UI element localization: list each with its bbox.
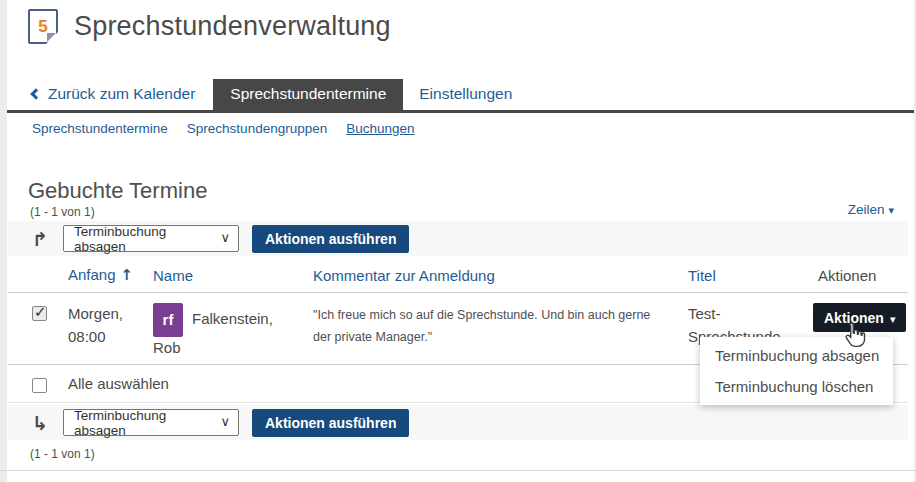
select-all-checkbox-cell <box>32 375 68 402</box>
column-header-name-label: Name <box>153 267 193 284</box>
column-header-anfang[interactable]: Anfang↑ <box>68 266 153 284</box>
cell-aktionen: Aktionen▾ <box>818 303 908 332</box>
tab-sprechstundentermine[interactable]: Sprechstundentermine <box>213 79 403 110</box>
menu-item-terminbuchung-loeschen[interactable]: Terminbuchung löschen <box>700 371 893 402</box>
tab-back-to-calendar[interactable]: Zurück zum Kalender <box>32 80 207 110</box>
execute-actions-button-bottom[interactable]: Aktionen ausführen <box>252 409 409 437</box>
calendar-icon-fold-flap <box>47 33 56 42</box>
page-title: Sprechstundenverwaltung <box>74 11 391 42</box>
column-header-titel[interactable]: Titel <box>688 267 818 284</box>
row-actions-button[interactable]: Aktionen▾ <box>813 303 906 332</box>
column-header-anfang-label: Anfang <box>68 266 116 283</box>
rows-dropdown[interactable]: Zeilen▾ <box>848 202 894 217</box>
subnav-buchungen[interactable]: Buchungen <box>346 121 414 136</box>
column-header-aktionen-label: Aktionen <box>818 267 876 284</box>
bulk-action-select-top[interactable]: Terminbuchung absagen ∨ <box>63 225 239 252</box>
bulk-action-select-top-value: Terminbuchung absagen <box>74 224 212 254</box>
page-left-gutter <box>0 0 7 482</box>
column-header-kommentar[interactable]: Kommentar zur Anmeldung <box>313 267 688 284</box>
tab-settings-label: Einstellungen <box>419 85 512 102</box>
select-all-checkbox[interactable] <box>32 378 47 393</box>
select-chevron-icon: ∨ <box>220 414 230 429</box>
column-header-kommentar-label: Kommentar zur Anmeldung <box>313 267 495 284</box>
bulk-action-bar-top: ↱ Terminbuchung absagen ∨ Aktionen ausfü… <box>8 221 908 256</box>
bulk-action-select-bottom[interactable]: Terminbuchung absagen ∨ <box>63 409 239 436</box>
section-title: Gebuchte Termine <box>28 178 207 204</box>
sub-navigation: Sprechstundentermine Sprechstundengruppe… <box>32 121 415 136</box>
column-header-name[interactable]: Name <box>153 267 313 284</box>
subnav-sprechstundentermine[interactable]: Sprechstundentermine <box>32 121 168 136</box>
row-actions-menu: Terminbuchung absagen Terminbuchung lösc… <box>700 337 893 405</box>
column-header-titel-label: Titel <box>688 267 716 284</box>
sort-ascending-icon: ↑ <box>121 266 134 284</box>
apply-to-selection-bottom-icon: ↳ <box>32 412 50 434</box>
apply-to-selection-top-icon: ↱ <box>32 228 50 250</box>
select-chevron-icon: ∨ <box>220 230 230 245</box>
cell-name: rfFalkenstein, Rob <box>153 303 313 360</box>
column-header-aktionen: Aktionen <box>818 267 908 284</box>
row-checkbox-cell: ✓ <box>32 303 68 321</box>
rows-label: Zeilen <box>848 202 885 217</box>
execute-actions-button-top[interactable]: Aktionen ausführen <box>252 225 409 253</box>
avatar: rf <box>153 303 183 337</box>
cell-anfang: Morgen, 08:00 <box>68 303 153 348</box>
menu-item-terminbuchung-absagen[interactable]: Terminbuchung absagen <box>700 340 893 371</box>
subnav-sprechstundengruppen[interactable]: Sprechstundengruppen <box>187 121 327 136</box>
bulk-action-bar-bottom: ↳ Terminbuchung absagen ∨ Aktionen ausfü… <box>8 405 908 440</box>
row-checkbox[interactable]: ✓ <box>32 306 47 321</box>
caret-down-icon: ▾ <box>890 313 896 326</box>
tab-einstellungen[interactable]: Einstellungen <box>403 79 528 110</box>
tab-back-label: Zurück zum Kalender <box>48 85 195 103</box>
bottom-divider <box>0 470 916 471</box>
table-header-row: Anfang↑ Name Kommentar zur Anmeldung Tit… <box>8 258 908 293</box>
calendar-icon: 5 <box>28 9 58 44</box>
check-icon: ✓ <box>34 303 47 321</box>
cell-kommentar: "Ich freue mich so auf die Sprechstunde.… <box>313 303 688 349</box>
pagination-top: (1 - 1 von 1) <box>30 205 95 219</box>
tab-bar: Zurück zum Kalender Sprechstundentermine… <box>7 84 914 113</box>
pagination-bottom: (1 - 1 von 1) <box>30 447 95 461</box>
tab-active-label: Sprechstundentermine <box>230 85 386 102</box>
bulk-action-select-bottom-value: Terminbuchung absagen <box>74 408 212 438</box>
chevron-left-icon <box>30 88 41 99</box>
caret-down-icon: ▾ <box>888 204 894 217</box>
row-actions-button-label: Aktionen <box>824 310 884 326</box>
app-header: 5 Sprechstundenverwaltung <box>28 9 391 44</box>
